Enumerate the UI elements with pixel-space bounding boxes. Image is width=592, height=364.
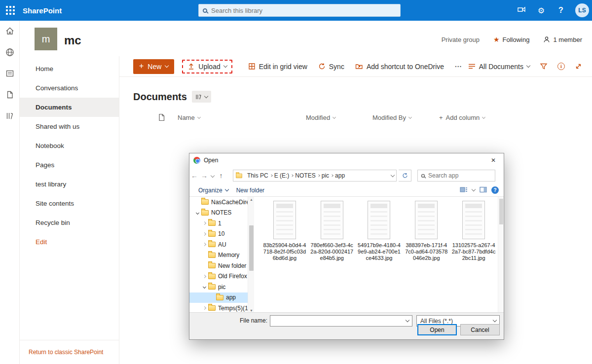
upload-button[interactable]: Upload — [187, 63, 226, 71]
forward-icon[interactable]: → — [199, 172, 209, 180]
library-view-chip[interactable] — [192, 91, 211, 103]
document-icon[interactable] — [5, 90, 14, 99]
tree-item-1[interactable]: 1 — [189, 218, 248, 229]
following-button[interactable]: ★ Following — [493, 36, 529, 43]
up-icon[interactable]: ↑ — [216, 172, 226, 180]
tree-item-old-firefox[interactable]: Old Firefox D — [189, 271, 248, 282]
chevron-collapsed-icon[interactable] — [203, 275, 206, 278]
file-area-scrollbar[interactable] — [498, 197, 504, 314]
library-icon[interactable] — [5, 111, 14, 120]
tree-item-nascachedire[interactable]: NasCacheDire — [189, 197, 248, 208]
add-column-button[interactable]: + Add column — [439, 114, 485, 121]
preview-pane-icon[interactable] — [480, 186, 487, 194]
chevron-expanded-icon[interactable] — [203, 285, 206, 289]
organize-button[interactable]: Organize — [194, 185, 232, 196]
edit-grid-view-button[interactable]: Edit in grid view — [248, 63, 307, 71]
cancel-button[interactable]: Cancel — [460, 324, 500, 335]
sidebar-item-pages[interactable]: Pages — [20, 155, 119, 175]
tree-item-new-folder[interactable]: New folder — [189, 260, 248, 271]
sidebar-item-home[interactable]: Home — [20, 59, 119, 78]
site-logo[interactable]: m — [35, 28, 57, 50]
modified-by-column-header[interactable]: Modified By — [372, 114, 439, 121]
tree-scrollbar[interactable]: ▲ ▼ — [248, 197, 254, 314]
dialog-search-input[interactable] — [428, 172, 492, 179]
search-input[interactable] — [211, 7, 396, 14]
tree-item-app-selected[interactable]: app — [189, 292, 248, 303]
filter-button[interactable] — [540, 63, 548, 70]
help-icon[interactable]: ? — [555, 6, 566, 15]
members-button[interactable]: 1 member — [543, 36, 582, 43]
view-selector-button[interactable]: All Documents — [468, 63, 530, 71]
chevron-expanded-icon[interactable] — [196, 211, 199, 215]
breadcrumb-drive[interactable]: E (E:) — [272, 172, 292, 179]
sidebar-item-shared-with-us[interactable]: Shared with us — [20, 117, 119, 136]
file-thumbnail — [273, 201, 296, 239]
scrollbar-thumb[interactable] — [249, 225, 254, 271]
view-dropdown-icon[interactable] — [472, 187, 476, 191]
chevron-collapsed-icon[interactable] — [203, 243, 206, 246]
app-launcher-waffle-icon[interactable] — [0, 0, 21, 21]
file-item[interactable]: 13102575-a267-42a7-bc87-7bdfd4c2bc11.jpg — [451, 201, 496, 261]
back-icon[interactable]: ← — [189, 172, 199, 180]
address-dropdown-icon[interactable] — [391, 173, 395, 177]
breadcrumb-notes[interactable]: NOTES — [293, 172, 317, 179]
avatar[interactable]: LS — [575, 3, 589, 17]
change-view-icon[interactable] — [460, 186, 468, 194]
scroll-up-icon[interactable]: ▲ — [248, 197, 255, 203]
dialog-search-box[interactable] — [417, 170, 495, 182]
globe-icon[interactable] — [5, 48, 14, 57]
sidebar-item-edit[interactable]: Edit — [20, 232, 119, 252]
return-classic-link[interactable]: Return to classic SharePoint — [29, 349, 103, 356]
file-item[interactable]: 780ef660-3ef3-4c2a-820d-0002417e84b5.jpg — [310, 201, 354, 261]
sync-button[interactable]: Sync — [318, 63, 344, 71]
new-folder-button[interactable]: New folder — [232, 185, 268, 196]
file-name-combobox[interactable] — [270, 315, 412, 327]
combo-dropdown-icon[interactable] — [403, 316, 412, 326]
news-icon[interactable] — [5, 69, 14, 78]
close-icon[interactable]: ✕ — [483, 153, 504, 167]
address-bar[interactable]: This PC E (E:) NOTES pic app — [233, 170, 397, 182]
name-column-header[interactable]: Name — [178, 114, 306, 121]
modified-column-header[interactable]: Modified — [306, 114, 372, 121]
sidebar-item-documents[interactable]: Documents — [20, 98, 119, 117]
file-item[interactable]: 388397eb-171f-47c0-ad64-073578046e2b.jpg — [404, 201, 448, 261]
suite-search-box[interactable] — [198, 4, 401, 17]
history-dropdown-icon[interactable] — [211, 174, 215, 178]
add-shortcut-button[interactable]: Add shortcut to OneDrive — [355, 63, 444, 71]
tree-item-au[interactable]: AU — [189, 239, 248, 250]
details-info-button[interactable]: i — [557, 63, 565, 70]
home-icon[interactable] — [5, 27, 14, 36]
tree-item-memory[interactable]: Memory — [189, 250, 248, 261]
tree-item-10[interactable]: 10 — [189, 229, 248, 240]
settings-gear-icon[interactable]: ⚙ — [536, 6, 547, 15]
sidebar-item-conversations[interactable]: Conversations — [20, 78, 119, 98]
file-item[interactable]: 83b25904-b0d4-4718-8e2f-0f5c03d6bd6d.jpg — [262, 201, 307, 261]
file-type-column-header[interactable] — [158, 113, 178, 121]
tree-item-notes[interactable]: NOTES — [189, 208, 248, 218]
tree-item-pic[interactable]: pic — [189, 282, 248, 292]
scrollbar-thumb[interactable] — [499, 199, 503, 224]
combo-dropdown-icon[interactable] — [490, 320, 499, 322]
file-item[interactable]: 54917b9e-4180-49e9-ab24-e700e1ce4633.jpg — [357, 201, 402, 261]
expand-content-button[interactable] — [575, 63, 582, 70]
sidebar-item-notebook[interactable]: Notebook — [20, 136, 119, 155]
feedback-icon[interactable] — [516, 5, 527, 15]
chevron-collapsed-icon[interactable] — [203, 221, 206, 225]
more-commands-button[interactable]: ··· — [455, 63, 462, 71]
chevron-collapsed-icon[interactable] — [203, 232, 206, 236]
breadcrumb-app[interactable]: app — [333, 172, 347, 179]
refresh-icon[interactable] — [399, 170, 411, 182]
sidebar-item-recycle-bin[interactable]: Recycle bin — [20, 213, 119, 232]
open-button[interactable]: Open — [417, 324, 457, 335]
new-button[interactable]: + New — [133, 59, 174, 74]
breadcrumb-this-pc[interactable]: This PC — [245, 172, 270, 179]
breadcrumb-pic[interactable]: pic — [320, 172, 331, 179]
dialog-help-icon[interactable]: ? — [491, 186, 499, 194]
chevron-collapsed-icon[interactable] — [203, 306, 206, 310]
dialog-title-bar[interactable]: Open ✕ — [189, 153, 504, 167]
name-column-label: Name — [178, 114, 195, 121]
sidebar-item-test-library[interactable]: test library — [20, 175, 119, 194]
sidebar-item-site-contents[interactable]: Site contents — [20, 194, 119, 213]
site-name[interactable]: mc — [64, 34, 81, 47]
file-name-input[interactable] — [270, 316, 403, 326]
